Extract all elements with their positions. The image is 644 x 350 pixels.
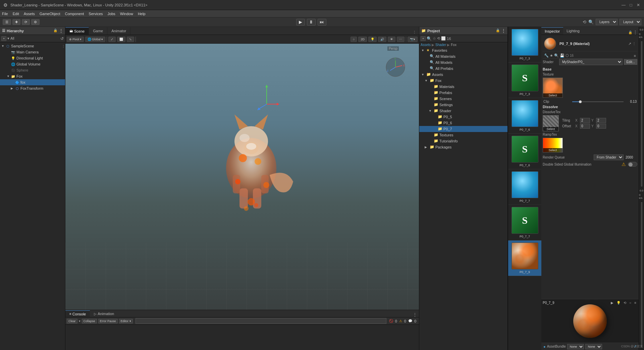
- viewport-canvas[interactable]: X Y Z Persp: [65, 44, 419, 310]
- menu-file[interactable]: File: [2, 12, 8, 16]
- samplescene-options[interactable]: ⋮: [62, 44, 65, 48]
- all-models-item[interactable]: 🔍 All Models: [419, 59, 507, 65]
- project-more-icon[interactable]: ⋮: [501, 29, 505, 33]
- mat-icon-2[interactable]: ★: [550, 53, 553, 58]
- tab-console[interactable]: ≡ Console: [65, 310, 90, 317]
- gizmo-btn[interactable]: 👁: [388, 37, 395, 42]
- p0-7-item[interactable]: 📁 P0_7: [419, 126, 507, 132]
- vert-slider-1[interactable]: [641, 41, 642, 186]
- hierarchy-item-main-camera[interactable]: 📷 Main Camera: [0, 49, 65, 55]
- asset-bundle-variant-select[interactable]: None: [585, 344, 602, 349]
- hierarchy-item-fox-transform[interactable]: ▶ ⬡ FoxTransform: [0, 85, 65, 91]
- base-texture-preview[interactable]: Select: [543, 78, 563, 98]
- breadcrumb-assets[interactable]: Assets: [421, 43, 431, 47]
- layers-dropdown[interactable]: Layers: [596, 19, 618, 25]
- project-icon-1[interactable]: ☆: [433, 36, 436, 41]
- search-icon[interactable]: 🔍: [588, 19, 594, 25]
- fox-folder-item[interactable]: ▼ 📁 Fox: [419, 78, 507, 84]
- menu-help[interactable]: Help: [138, 12, 146, 16]
- hierarchy-refresh-icon[interactable]: ↺: [60, 36, 64, 41]
- tab-scene-active[interactable]: 🏔 Scene: [65, 27, 89, 35]
- more-options-icon[interactable]: ⋮: [59, 29, 63, 33]
- hierarchy-item-dir-light[interactable]: 💡 Directional Light: [0, 55, 65, 61]
- project-icon-4[interactable]: 16: [447, 37, 451, 41]
- project-icon-3[interactable]: ⬜: [441, 36, 446, 41]
- mat-icon-3[interactable]: 🔍: [554, 53, 559, 58]
- pause-button[interactable]: ⏸: [307, 19, 316, 26]
- p0-5-item[interactable]: 📁 P0_5: [419, 114, 507, 120]
- dissolve-select-btn[interactable]: Select: [543, 127, 558, 131]
- shader-select[interactable]: MyShader/P0_: [559, 59, 623, 65]
- all-materials-item[interactable]: 🔍 All Materials: [419, 53, 507, 59]
- mat-icon-6[interactable]: ≡: [634, 54, 636, 58]
- step-button[interactable]: ⏭: [318, 19, 326, 26]
- insp-more-icon[interactable]: ⋮: [633, 30, 637, 35]
- global-btn[interactable]: 🌐 Global ▾: [85, 37, 105, 42]
- move-gizmo-btn[interactable]: ⤢: [108, 37, 116, 42]
- thumb-item-p0-7-7-shader[interactable]: S P0_7_7: [508, 205, 541, 240]
- open-prefab-icon[interactable]: ↗: [628, 42, 631, 46]
- thumb-item-p0-7-7[interactable]: P0_7_7: [508, 169, 541, 205]
- offset-x-input[interactable]: [580, 124, 590, 129]
- hierarchy-item-samplescene[interactable]: ▼ ⬡ SampleScene ⋮: [0, 43, 65, 49]
- textures-folder-item[interactable]: 📁 Textures: [419, 132, 507, 138]
- maximize-button[interactable]: □: [629, 3, 633, 7]
- project-icon-2[interactable]: ⟲: [437, 36, 440, 41]
- thumb-item-p0-7-9[interactable]: P0_7_9: [508, 240, 541, 276]
- tab-game[interactable]: Game: [89, 27, 107, 35]
- move-tool[interactable]: ✚: [12, 19, 20, 25]
- transform-btn[interactable]: ⤡: [127, 37, 134, 42]
- add-project-btn[interactable]: +: [421, 36, 426, 41]
- render-queue-select[interactable]: From Shader: [594, 155, 624, 160]
- lock-icon[interactable]: 🔒: [53, 29, 57, 33]
- settings-icon[interactable]: ⚙: [31, 19, 40, 25]
- play-button[interactable]: ▶: [296, 19, 305, 26]
- clip-slider-thumb[interactable]: [579, 100, 582, 103]
- tab-animation[interactable]: ▷ Animation: [90, 310, 118, 317]
- editor-btn[interactable]: Editor ▾: [119, 319, 133, 323]
- hierarchy-item-global-vol[interactable]: 🌐 Global Volume: [0, 61, 65, 67]
- minimize-button[interactable]: —: [621, 3, 626, 7]
- menu-edit[interactable]: Edit: [13, 12, 19, 16]
- thumb-item-p0-7-6-shader[interactable]: S P0_7_6: [508, 134, 541, 169]
- assets-root-item[interactable]: ▼ 📁 Assets: [419, 72, 507, 78]
- tab-animator[interactable]: Animator: [107, 27, 130, 35]
- prefabs-folder-item[interactable]: 📁 Prefabs: [419, 90, 507, 96]
- breadcrumb-shader[interactable]: Shader: [435, 43, 446, 47]
- packages-folder-item[interactable]: ▶ 📁 Packages: [419, 144, 507, 150]
- close-button[interactable]: ✕: [636, 3, 641, 7]
- project-lock-icon[interactable]: 🔒: [496, 29, 500, 33]
- tiling-y-input[interactable]: [596, 118, 606, 123]
- more-btn[interactable]: ⋯: [397, 37, 405, 42]
- prev-icon-2[interactable]: ⟲: [623, 301, 627, 305]
- hand-tool[interactable]: ☰: [3, 19, 11, 25]
- settings-folder-item[interactable]: 📁 Settings: [419, 102, 507, 108]
- ds-gi-toggle[interactable]: [628, 162, 637, 167]
- edit-shader-btn[interactable]: Edit...: [624, 59, 637, 65]
- 2d-btn[interactable]: 2D: [358, 37, 367, 42]
- thumb-item-p0-7-6[interactable]: P0_7_6: [508, 98, 541, 134]
- mat-icon-4[interactable]: 💾: [560, 53, 565, 58]
- menu-window[interactable]: Window: [120, 12, 133, 16]
- base-select-btn[interactable]: Select: [543, 93, 562, 97]
- tab-lighting[interactable]: Lighting: [563, 27, 583, 35]
- prev-icon-1[interactable]: 💡: [615, 301, 622, 305]
- tutorialinfo-folder-item[interactable]: 📁 TutorialInfo: [419, 138, 507, 144]
- mat-icon-1[interactable]: 🔧: [544, 53, 549, 58]
- favorites-item[interactable]: ▼ ★ Favorites: [419, 47, 507, 53]
- audio-btn[interactable]: 🔊: [378, 37, 386, 42]
- pivot-btn[interactable]: ⊕ Pivot ▾: [67, 37, 84, 42]
- thumb-item-p0-7-3-shader[interactable]: S P0_7_3: [508, 62, 541, 98]
- shader-folder-item[interactable]: ▼ 📁 Shader: [419, 108, 507, 114]
- dissolve-texture-preview[interactable]: Select: [543, 115, 559, 131]
- all-prefabs-item[interactable]: 🔍 All Prefabs: [419, 65, 507, 72]
- menu-services[interactable]: Services: [89, 12, 103, 16]
- hierarchy-item-fox[interactable]: ▼ 📁 Fox: [0, 73, 65, 79]
- scenes-folder-item[interactable]: 📁 Scenes: [419, 96, 507, 102]
- visibility-btn[interactable]: ○: [351, 37, 357, 42]
- menu-assets[interactable]: Assets: [24, 12, 35, 16]
- camera-settings-btn[interactable]: 📷▾: [408, 37, 418, 42]
- console-search-input[interactable]: [136, 318, 386, 324]
- clear-arrow[interactable]: ▾: [79, 319, 80, 323]
- prev-more-icon[interactable]: ≡: [633, 301, 637, 305]
